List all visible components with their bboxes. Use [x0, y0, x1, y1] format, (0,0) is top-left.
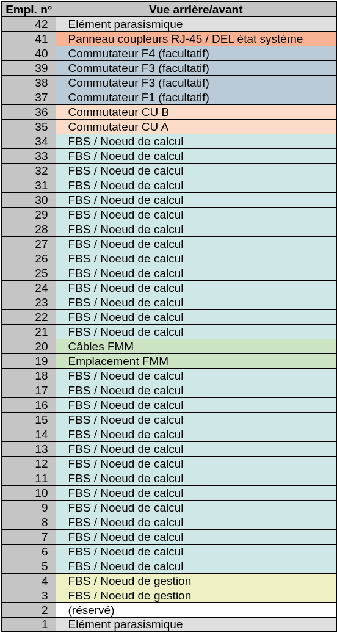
slot-number: 36 [2, 104, 56, 119]
slot-number: 8 [2, 515, 56, 529]
slot-description: FBS / Noeud de calcul [56, 192, 336, 207]
slot-number: 15 [2, 412, 56, 427]
table-row: 23FBS / Noeud de calcul [2, 295, 336, 309]
slot-description: FBS / Noeud de gestion [56, 588, 336, 602]
table-row: 6FBS / Noeud de calcul [2, 544, 336, 559]
table-row: 34FBS / Noeud de calcul [2, 134, 336, 148]
slot-description: Commutateur F4 (facultatif) [56, 46, 336, 60]
slot-number: 6 [2, 544, 56, 559]
slot-number: 39 [2, 60, 56, 75]
table-row: 40Commutateur F4 (facultatif) [2, 46, 336, 60]
slot-number: 12 [2, 456, 56, 471]
header-description: Vue arrière/avant [56, 2, 336, 16]
slot-description: FBS / Noeud de calcul [56, 397, 336, 412]
slot-number: 42 [2, 16, 56, 31]
slot-number: 19 [2, 353, 56, 368]
slot-description: FBS / Noeud de calcul [56, 207, 336, 222]
slot-number: 29 [2, 207, 56, 222]
table-body: 42Elément parasismique41Panneau coupleur… [2, 16, 336, 632]
slot-description: FBS / Noeud de calcul [56, 383, 336, 397]
slot-number: 33 [2, 148, 56, 163]
slot-description: FBS / Noeud de calcul [56, 368, 336, 383]
table-row: 41Panneau coupleurs RJ-45 / DEL état sys… [2, 31, 336, 46]
slot-number: 25 [2, 266, 56, 280]
slot-number: 18 [2, 368, 56, 383]
table-row: 37Commutateur F1 (facultatif) [2, 90, 336, 104]
table-row: 1Elément parasismique [2, 617, 336, 632]
slot-number: 30 [2, 192, 56, 207]
slot-description: Emplacement FMM [56, 353, 336, 368]
slot-number: 3 [2, 588, 56, 602]
slot-description: FBS / Noeud de calcul [56, 324, 336, 339]
slot-description: FBS / Noeud de calcul [56, 427, 336, 441]
slot-number: 4 [2, 573, 56, 588]
table-row: 27FBS / Noeud de calcul [2, 236, 336, 251]
slot-description: FBS / Noeud de calcul [56, 441, 336, 456]
slot-number: 10 [2, 485, 56, 500]
table-row: 7FBS / Noeud de calcul [2, 529, 336, 544]
slot-number: 16 [2, 397, 56, 412]
slot-number: 5 [2, 559, 56, 573]
slot-number: 20 [2, 339, 56, 353]
table-row: 29FBS / Noeud de calcul [2, 207, 336, 222]
slot-number: 21 [2, 324, 56, 339]
table-row: 8FBS / Noeud de calcul [2, 515, 336, 529]
slot-description: Commutateur CU B [56, 104, 336, 119]
slot-description: Commutateur CU A [56, 119, 336, 134]
slot-description: FBS / Noeud de calcul [56, 148, 336, 163]
table-row: 2(réservé) [2, 602, 336, 617]
slot-number: 38 [2, 75, 56, 90]
slot-description: Commutateur F1 (facultatif) [56, 90, 336, 104]
table-row: 5FBS / Noeud de calcul [2, 559, 336, 573]
slot-number: 2 [2, 602, 56, 617]
slot-number: 37 [2, 90, 56, 104]
slot-number: 31 [2, 178, 56, 192]
slot-number: 14 [2, 427, 56, 441]
slot-number: 41 [2, 31, 56, 46]
slot-number: 24 [2, 280, 56, 295]
slot-number: 13 [2, 441, 56, 456]
table-row: 25FBS / Noeud de calcul [2, 266, 336, 280]
table-row: 35Commutateur CU A [2, 119, 336, 134]
table-row: 33FBS / Noeud de calcul [2, 148, 336, 163]
slot-number: 26 [2, 251, 56, 266]
slot-description: FBS / Noeud de calcul [56, 529, 336, 544]
table-row: 24FBS / Noeud de calcul [2, 280, 336, 295]
slot-description: FBS / Noeud de calcul [56, 266, 336, 280]
table-row: 12FBS / Noeud de calcul [2, 456, 336, 471]
slot-description: FBS / Noeud de calcul [56, 280, 336, 295]
slot-description: FBS / Noeud de calcul [56, 412, 336, 427]
table-row: 16FBS / Noeud de calcul [2, 397, 336, 412]
slot-number: 22 [2, 309, 56, 324]
slot-description: (réservé) [56, 602, 336, 617]
slot-number: 27 [2, 236, 56, 251]
slot-number: 34 [2, 134, 56, 148]
slot-description: FBS / Noeud de calcul [56, 251, 336, 266]
table-row: 39Commutateur F3 (facultatif) [2, 60, 336, 75]
slot-number: 23 [2, 295, 56, 309]
table-row: 20Câbles FMM [2, 339, 336, 353]
slot-number: 35 [2, 119, 56, 134]
slot-description: FBS / Noeud de calcul [56, 222, 336, 236]
table-row: 36Commutateur CU B [2, 104, 336, 119]
slot-number: 32 [2, 163, 56, 178]
slot-description: FBS / Noeud de calcul [56, 559, 336, 573]
table-row: 18FBS / Noeud de calcul [2, 368, 336, 383]
table-row: 32FBS / Noeud de calcul [2, 163, 336, 178]
table-row: 30FBS / Noeud de calcul [2, 192, 336, 207]
slot-description: FBS / Noeud de calcul [56, 309, 336, 324]
table-row: 28FBS / Noeud de calcul [2, 222, 336, 236]
slot-description: FBS / Noeud de gestion [56, 573, 336, 588]
slot-number: 17 [2, 383, 56, 397]
table-header-row: Empl. n° Vue arrière/avant [2, 2, 336, 16]
table-row: 13FBS / Noeud de calcul [2, 441, 336, 456]
slot-description: Commutateur F3 (facultatif) [56, 75, 336, 90]
slot-description: FBS / Noeud de calcul [56, 163, 336, 178]
table-row: 17FBS / Noeud de calcul [2, 383, 336, 397]
slot-table: Empl. n° Vue arrière/avant 42Elément par… [1, 1, 337, 632]
header-slot-number: Empl. n° [2, 2, 56, 16]
table-row: 22FBS / Noeud de calcul [2, 309, 336, 324]
slot-description: FBS / Noeud de calcul [56, 456, 336, 471]
slot-number: 40 [2, 46, 56, 60]
slot-number: 11 [2, 471, 56, 485]
